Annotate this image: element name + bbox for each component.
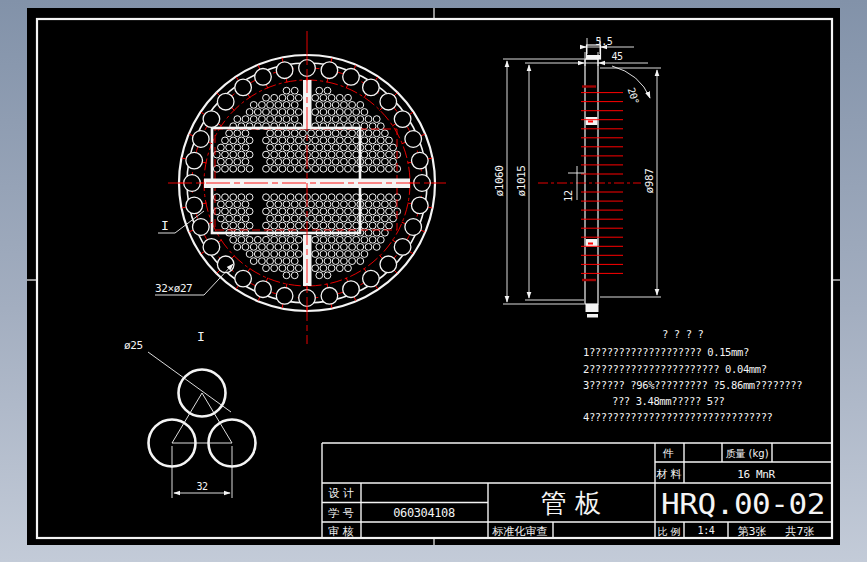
note-line-5: 4??????????????????????????????? [583, 411, 773, 423]
drawing-number: HRQ.00-02 [661, 488, 825, 521]
detail-callout-label: I [161, 218, 168, 233]
student-id-label: 学 号 [328, 507, 354, 520]
svg-text:ø1015: ø1015 [515, 165, 528, 196]
svg-text:12: 12 [563, 190, 574, 202]
std-check-label: 标准化审查 [492, 525, 548, 538]
student-id-value: 060304108 [393, 506, 455, 520]
sheet-number: 第3张 [738, 525, 767, 538]
svg-text:ø987: ø987 [643, 169, 656, 194]
scale-value: 1:4 [698, 525, 715, 536]
svg-text:45: 45 [611, 51, 623, 62]
piece-label: 件 [663, 447, 674, 460]
sheet-total: 共7张 [785, 525, 815, 538]
bolt-holes-label: 32×ø27 [155, 282, 192, 295]
note-line-4: ??? 3.48mm????? 5?? [612, 395, 725, 407]
scale-label: 比 例 [657, 526, 680, 537]
svg-text:ø1060: ø1060 [493, 165, 506, 196]
notes-title: ? ? ? ? [662, 328, 704, 340]
note-line-3: 3?????? ?96%????????? ?5.86mm???????? [583, 379, 802, 391]
note-line-2: 2?????????????????????? 0.04mm? [583, 363, 767, 375]
svg-text:32: 32 [196, 481, 208, 492]
material-value: 16 MnR [737, 468, 775, 481]
cad-viewer-window: I 32×ø27 ø1060 [0, 0, 867, 562]
detail-view-label: I [197, 329, 204, 344]
detail-diameter-label: ø25 [124, 339, 143, 352]
plate-bottom-step [586, 304, 599, 312]
check-label: 审 核 [328, 525, 354, 538]
cad-canvas: I 32×ø27 ø1060 [0, 0, 867, 562]
part-title: 管 板 [541, 488, 601, 518]
note-line-1: 1??????????????????? 0.15mm? [583, 346, 749, 358]
design-label: 设 计 [328, 487, 354, 500]
mass-label: 质量 (kg) [725, 448, 768, 459]
drawing-sheet [27, 8, 840, 545]
svg-text:5.5: 5.5 [596, 36, 613, 47]
material-label: 材 料 [656, 468, 682, 481]
